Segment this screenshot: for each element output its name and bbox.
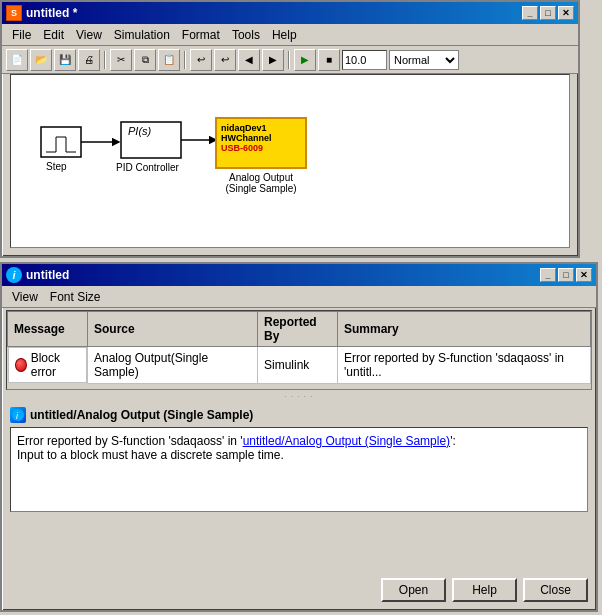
print-button[interactable]: 🖨: [78, 49, 100, 71]
cell-message: Block error: [8, 347, 88, 383]
main-window: S untitled * _ □ ✕ File Edit View Simula…: [0, 0, 580, 258]
canvas-area: PI(s) Step PID Controller nidaqDev1 HWCh…: [10, 74, 570, 248]
error-dot-icon: [15, 358, 27, 372]
analog-line3: USB-6009: [221, 143, 303, 153]
minimize-button[interactable]: _: [522, 6, 538, 20]
paste-button[interactable]: 📋: [158, 49, 180, 71]
table-row[interactable]: Block error Analog Output(Single Sample)…: [8, 347, 591, 384]
cut-button[interactable]: ✂: [110, 49, 132, 71]
analog-line1: nidaqDev1: [221, 123, 303, 133]
main-menu-bar: File Edit View Simulation Format Tools H…: [2, 24, 578, 46]
col-header-reported-by: Reported By: [258, 312, 338, 347]
back-button[interactable]: ◀: [238, 49, 260, 71]
menu-edit[interactable]: Edit: [37, 26, 70, 44]
menu-simulation[interactable]: Simulation: [108, 26, 176, 44]
error-dialog: i untitled _ □ ✕ View Font Size Message …: [0, 262, 598, 612]
main-title-bar: S untitled * _ □ ✕: [2, 2, 578, 24]
canvas-svg: [11, 75, 569, 247]
col-header-summary: Summary: [338, 312, 591, 347]
forward-button[interactable]: ▶: [262, 49, 284, 71]
cell-reported-by: Simulink: [258, 347, 338, 384]
zoom-input[interactable]: [342, 50, 387, 70]
menu-format[interactable]: Format: [176, 26, 226, 44]
col-header-source: Source: [88, 312, 258, 347]
cell-source: Analog Output(Single Sample): [88, 347, 258, 384]
svg-point-5: [12, 409, 24, 421]
scroll-indicator: · · · · ·: [2, 392, 596, 401]
error-table-container: Message Source Reported By Summary Block…: [6, 310, 592, 390]
menu-file[interactable]: File: [6, 26, 37, 44]
error-dialog-title: untitled: [26, 268, 69, 282]
menu-help[interactable]: Help: [266, 26, 303, 44]
error-title-buttons: _ □ ✕: [540, 268, 592, 282]
analog-line2: HWChannel: [221, 133, 303, 143]
detail-body-text3: Input to a block must have a discrete sa…: [17, 448, 284, 462]
detail-body-text2: ':: [450, 434, 456, 448]
detail-icon: i: [10, 407, 26, 423]
main-toolbar: 📄 📂 💾 🖨 ✂ ⧉ 📋 ↩ ↩ ◀ ▶ ▶ ■ Normal: [2, 46, 578, 74]
detail-body-text1: Error reported by S-function 'sdaqaoss' …: [17, 434, 243, 448]
analog-label: Analog Output(Single Sample): [216, 172, 306, 194]
simulink-icon: S: [6, 5, 22, 21]
close-button[interactable]: Close: [523, 578, 588, 602]
title-bar-buttons: _ □ ✕: [522, 6, 574, 20]
detail-body-link[interactable]: untitled/Analog Output (Single Sample): [243, 434, 450, 448]
detail-body: Error reported by S-function 'sdaqaoss' …: [10, 427, 588, 512]
open-button[interactable]: Open: [381, 578, 446, 602]
error-minimize-button[interactable]: _: [540, 268, 556, 282]
close-button[interactable]: ✕: [558, 6, 574, 20]
help-button[interactable]: Help: [452, 578, 517, 602]
analog-content-1: nidaqDev1 HWChannel USB-6009: [221, 123, 303, 153]
maximize-button[interactable]: □: [540, 6, 556, 20]
redo-button[interactable]: ↩: [214, 49, 236, 71]
undo-button[interactable]: ↩: [190, 49, 212, 71]
stop-button[interactable]: ■: [318, 49, 340, 71]
info-icon: i: [6, 267, 22, 283]
play-button[interactable]: ▶: [294, 49, 316, 71]
menu-tools[interactable]: Tools: [226, 26, 266, 44]
new-button[interactable]: 📄: [6, 49, 28, 71]
title-bar-left: S untitled *: [6, 5, 77, 21]
copy-button[interactable]: ⧉: [134, 49, 156, 71]
svg-rect-0: [41, 127, 81, 157]
dialog-button-row: Open Help Close: [381, 578, 588, 602]
cell-summary: Error reported by S-function 'sdaqaoss' …: [338, 347, 591, 384]
zoom-mode-select[interactable]: Normal: [389, 50, 459, 70]
svg-rect-1: [121, 122, 181, 158]
error-menu-fontsize[interactable]: Font Size: [44, 288, 107, 306]
pid-label: PID Controller: [116, 162, 179, 173]
error-menu-view[interactable]: View: [6, 288, 44, 306]
save-button[interactable]: 💾: [54, 49, 76, 71]
svg-rect-4: [216, 118, 306, 168]
detail-header: i untitled/Analog Output (Single Sample): [10, 407, 588, 423]
detail-title: untitled/Analog Output (Single Sample): [30, 408, 253, 422]
toolbar-sep-3: [288, 51, 290, 69]
step-label: Step: [46, 161, 67, 172]
main-window-title: untitled *: [26, 6, 77, 20]
open-button[interactable]: 📂: [30, 49, 52, 71]
error-table: Message Source Reported By Summary Block…: [7, 311, 591, 384]
error-title-bar: i untitled _ □ ✕: [2, 264, 596, 286]
toolbar-sep-1: [104, 51, 106, 69]
error-close-button[interactable]: ✕: [576, 268, 592, 282]
detail-area: i untitled/Analog Output (Single Sample)…: [6, 403, 592, 516]
toolbar-sep-2: [184, 51, 186, 69]
col-header-message: Message: [8, 312, 88, 347]
pid-content: PI(s): [128, 125, 151, 137]
error-title-left: i untitled: [6, 267, 69, 283]
menu-view[interactable]: View: [70, 26, 108, 44]
error-menu-bar: View Font Size: [2, 286, 596, 308]
error-maximize-button[interactable]: □: [558, 268, 574, 282]
